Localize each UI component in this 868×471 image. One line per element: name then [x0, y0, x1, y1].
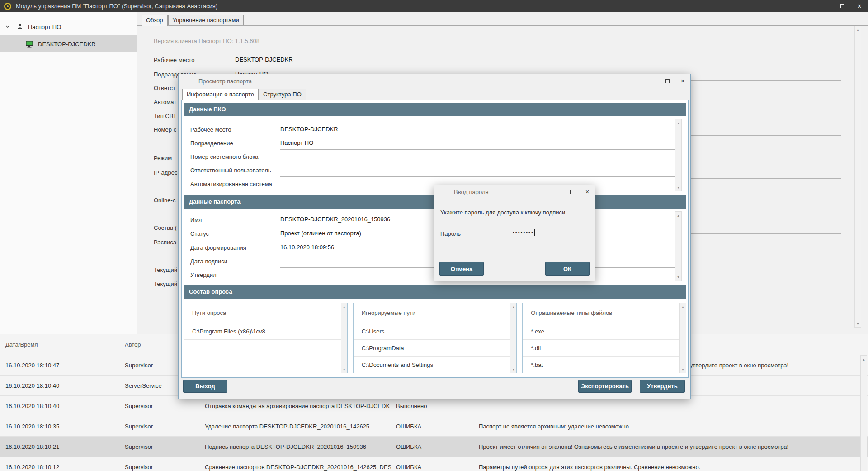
sidebar-item-desktop-djcedkr[interactable]: DESKTOP-DJCEDKR [0, 35, 137, 52]
app-logo-icon [4, 2, 12, 10]
password-prompt: Укажите пароль для доступа к ключу подпи… [440, 209, 591, 216]
overview-field-row: Рабочее местоDESKTOP-DJCEDKR [137, 54, 868, 66]
field-label: Имя [190, 214, 202, 226]
log-message: Проект имеет отличия от эталона! Ознаком… [479, 437, 861, 457]
maximize-icon[interactable] [660, 74, 675, 88]
scroll-up-icon[interactable]: ▲ [675, 212, 681, 219]
field-label: Ответст [154, 82, 175, 94]
log-row[interactable]: 16.10.2020 18:10:35 Supervisor Удаление … [0, 416, 868, 437]
password-input[interactable]: •••••••• [513, 227, 590, 238]
sidebar-item-passport-po[interactable]: Паспорт ПО [0, 20, 137, 33]
maximize-icon[interactable] [834, 0, 851, 12]
field-label: Дата подписи [190, 255, 227, 268]
tab-software-structure[interactable]: Структура ПО [259, 89, 306, 100]
field-value[interactable] [280, 164, 675, 177]
log-row[interactable]: 16.10.2020 18:10:12 Supervisor Сравнение… [0, 457, 868, 471]
field-label: Состав ( [154, 222, 177, 234]
scroll-down-icon[interactable]: ▼ [855, 320, 861, 327]
list-item[interactable]: C:\Users [354, 323, 510, 340]
scroll-down-icon[interactable]: ▼ [341, 366, 347, 372]
ok-button[interactable]: ОК [545, 262, 590, 276]
app-title: Модуль управления ПМ "Паспорт ПО" (Super… [16, 3, 217, 10]
log-action: Сравнение паспортов DESKTOP-DJCEDKR_2020… [205, 457, 391, 471]
field-value[interactable] [280, 151, 675, 163]
dialog-field-row: Ответственный пользователь [184, 164, 686, 177]
field-value[interactable]: Паспорт ПО [280, 137, 675, 150]
log-author: Supervisor [125, 437, 199, 457]
log-message: Паспорт не является архивным: удаление н… [479, 416, 861, 437]
dialog-titlebar[interactable]: Ввод пароля × [434, 185, 595, 199]
monitor-icon [25, 40, 33, 48]
list-item[interactable]: *.exe [523, 323, 679, 340]
approve-button[interactable]: Утвердить [640, 380, 685, 393]
export-button[interactable]: Экспортировать [578, 380, 632, 393]
log-time: 16.10.2020 18:10:47 [5, 355, 109, 376]
scroll-up-icon[interactable]: ▲ [855, 27, 861, 33]
scroll-down-icon[interactable]: ▼ [675, 184, 681, 190]
section-header-survey: Состав опроса [184, 285, 686, 299]
list-item[interactable]: C:\Documents and Settings [354, 357, 510, 373]
passport-dialog-tabstrip: Информация о паспорте Структура ПО [182, 89, 306, 100]
list-item[interactable]: *.bat [523, 357, 679, 373]
log-author: Supervisor [125, 457, 199, 471]
tab-passport-info[interactable]: Информация о паспорте [182, 89, 259, 100]
field-label: Номер системного блока [190, 151, 259, 163]
list-header: Опрашиваемые типы файлов [523, 303, 679, 323]
survey-paths-list[interactable]: Пути опроса C:\Program Files (x86)\1cv8 … [184, 303, 348, 373]
scroll-up-icon[interactable]: ▲ [341, 304, 347, 310]
maximize-icon[interactable] [564, 185, 580, 199]
close-icon[interactable]: × [675, 74, 690, 88]
field-label: Тип СВТ [154, 110, 176, 122]
field-label: Номер с [154, 124, 176, 136]
list-scrollbar[interactable]: ▲▼ [679, 303, 686, 373]
dialog-titlebar[interactable]: Просмотр паспорта × [179, 74, 690, 88]
list-item[interactable]: C:\Program Files (x86)\1cv8 [184, 323, 341, 340]
scroll-up-icon[interactable]: ▲ [675, 120, 681, 126]
list-scrollbar[interactable]: ▲▼ [341, 303, 347, 373]
survey-lists: Пути опроса C:\Program Files (x86)\1cv8 … [184, 303, 686, 373]
scroll-up-icon[interactable]: ▲ [510, 304, 516, 310]
dialog-field-row: ПодразделениеПаспорт ПО [184, 137, 686, 150]
scroll-down-icon[interactable]: ▼ [510, 366, 516, 372]
field-label: Ответственный пользователь [190, 164, 271, 177]
tab-manage-passports[interactable]: Управление паспортами [168, 15, 244, 25]
minimize-icon[interactable] [816, 0, 834, 12]
fields-scrollbar[interactable]: ▲▼ [675, 119, 682, 191]
scroll-down-icon[interactable]: ▼ [680, 366, 686, 372]
log-row-selected[interactable]: 16.10.2020 18:10:21 Supervisor Подпись п… [0, 437, 868, 457]
field-value[interactable]: DESKTOP-DJCEDKR [235, 54, 841, 66]
close-icon[interactable]: × [851, 0, 868, 12]
cancel-button[interactable]: Отмена [439, 262, 484, 276]
tree-child-label: DESKTOP-DJCEDKR [38, 41, 96, 48]
exit-button[interactable]: Выход [183, 380, 227, 393]
ignored-paths-list[interactable]: Игнорируемые пути C:\Users C:\ProgramDat… [353, 303, 517, 373]
field-label: IP-адрес [154, 167, 177, 179]
field-label: Текущий [154, 264, 177, 276]
list-item[interactable]: *.dll [523, 340, 679, 357]
fields-scrollbar[interactable]: ▲▼ [675, 211, 682, 281]
list-item[interactable]: C:\ProgramData [354, 340, 510, 357]
window-controls: × [816, 0, 868, 12]
log-scrollbar[interactable]: ▲ [860, 355, 867, 471]
minimize-icon[interactable] [549, 185, 564, 199]
password-label: Пароль [440, 230, 461, 237]
overview-scrollbar[interactable]: ▲ ▼ [854, 26, 861, 328]
field-label: Дата формирования [190, 242, 246, 254]
col-header-datetime[interactable]: Дата/Время [5, 334, 109, 355]
field-value[interactable]: DESKTOP-DJCEDKR [280, 124, 675, 136]
tree-expander-icon[interactable] [5, 24, 10, 29]
log-time: 16.10.2020 18:10:40 [5, 396, 109, 416]
log-result: ОШИБКА [396, 437, 473, 457]
close-icon[interactable]: × [580, 185, 595, 199]
file-types-list[interactable]: Опрашиваемые типы файлов *.exe *.dll *.b… [522, 303, 686, 373]
minimize-icon[interactable] [644, 74, 660, 88]
scroll-down-icon[interactable]: ▼ [675, 274, 681, 280]
dialog-window-controls: × [549, 185, 595, 199]
field-label: Рабочее место [154, 54, 194, 66]
list-scrollbar[interactable]: ▲▼ [510, 303, 516, 373]
log-action: Удаление паспорта DESKTOP-DJCEDKR_202010… [205, 416, 391, 437]
person-icon [16, 23, 24, 30]
tab-overview[interactable]: Обзор [142, 15, 168, 26]
scroll-up-icon[interactable]: ▲ [861, 356, 867, 362]
scroll-up-icon[interactable]: ▲ [680, 304, 686, 310]
